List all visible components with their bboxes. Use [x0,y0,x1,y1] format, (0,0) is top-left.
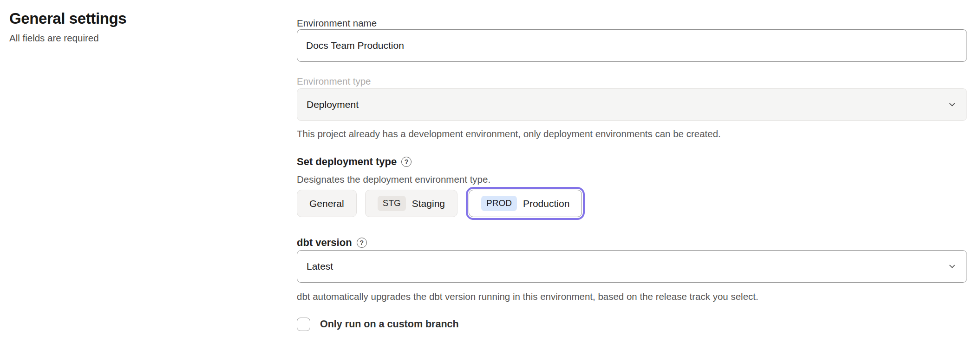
custom-branch-row: Only run on a custom branch [297,318,967,331]
deployment-type-options: General STG Staging PROD Production [297,190,967,217]
help-icon[interactable]: ? [401,157,412,167]
environment-type-helper: This project already has a development e… [297,127,967,140]
chevron-down-icon [947,100,957,110]
staging-badge: STG [378,196,406,211]
page-subtitle: All fields are required [9,32,269,44]
settings-header: General settings All fields are required [9,9,269,44]
environment-name-input[interactable] [297,29,967,62]
deployment-type-label: Set deployment type [297,155,397,168]
custom-branch-checkbox[interactable] [297,318,310,331]
deployment-type-general-button[interactable]: General [297,190,357,217]
dbt-version-header: dbt version ? [297,236,967,249]
dbt-version-select[interactable]: Latest [297,250,967,283]
chevron-down-icon [947,261,957,272]
environment-type-value: Deployment [307,99,359,110]
page-title: General settings [9,9,269,28]
dbt-version-value: Latest [307,261,333,272]
environment-type-label: Environment type [297,75,967,87]
custom-branch-label[interactable]: Only run on a custom branch [320,318,459,330]
deployment-type-production-button[interactable]: PROD Production [469,190,582,217]
dbt-version-label: dbt version [297,236,352,249]
environment-type-select[interactable]: Deployment [297,88,967,121]
deployment-type-production-label: Production [523,198,569,209]
deployment-type-helper: Designates the deployment environment ty… [297,173,967,186]
deployment-type-staging-label: Staging [412,198,445,209]
deployment-type-general-label: General [309,198,344,209]
dbt-version-helper: dbt automatically upgrades the dbt versi… [297,290,967,303]
deployment-type-header: Set deployment type ? [297,155,967,168]
production-badge: PROD [481,196,517,211]
deployment-type-staging-button[interactable]: STG Staging [365,190,457,217]
environment-name-label: Environment name [297,17,967,29]
general-settings-form: Environment name Environment type Deploy… [297,17,967,331]
help-icon[interactable]: ? [357,238,367,248]
